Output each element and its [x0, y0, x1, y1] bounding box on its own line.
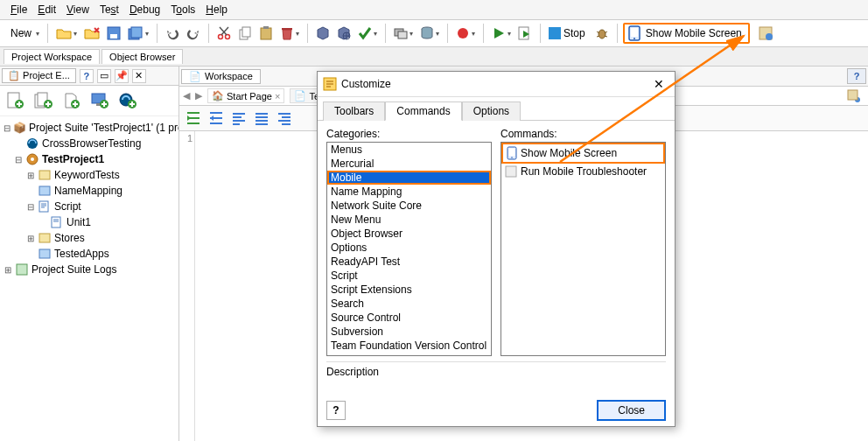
database-icon[interactable] — [417, 23, 442, 44]
category-item[interactable]: Subversion — [327, 325, 491, 339]
side-restore-icon[interactable]: ▭ — [97, 69, 111, 83]
generic-icon — [505, 165, 517, 178]
add-page-icon[interactable] — [4, 89, 28, 112]
side-pin-icon[interactable]: 📌 — [115, 69, 129, 83]
svg-rect-13 — [398, 32, 407, 38]
toolbar-extra-icon[interactable] — [755, 24, 776, 43]
side-help-icon[interactable]: ? — [80, 69, 94, 83]
categories-list[interactable]: MenusMercurialMobileName MappingNetwork … — [326, 142, 492, 356]
category-item[interactable]: Test Engine — [327, 353, 491, 356]
add-monitor-icon[interactable] — [88, 89, 112, 112]
tree-stores[interactable]: ⊞Stores — [2, 230, 177, 246]
svg-rect-3 — [131, 27, 142, 38]
dlg-tab-toolbars[interactable]: Toolbars — [323, 102, 385, 121]
run-icon[interactable] — [489, 23, 514, 44]
dlg-tab-commands[interactable]: Commands — [385, 102, 461, 121]
dlg-tab-options[interactable]: Options — [462, 102, 521, 121]
category-item[interactable]: Mercurial — [327, 157, 491, 171]
tab-start-page[interactable]: 🏠 Start Page × — [207, 88, 284, 103]
command-item[interactable]: Run Mobile Troubleshooter — [501, 164, 665, 179]
redo-icon[interactable] — [184, 23, 203, 44]
project-tree[interactable]: ⊟📦Project Suite 'TestProject1' (1 pro Cr… — [0, 116, 178, 281]
menu-edit[interactable]: Edit — [32, 2, 61, 18]
menu-debug[interactable]: Debug — [124, 2, 165, 18]
cube-target-icon[interactable] — [334, 23, 354, 44]
paste-icon[interactable] — [256, 23, 276, 44]
debug-bug-icon[interactable] — [592, 23, 612, 44]
svg-rect-17 — [549, 27, 561, 39]
edit-indent-right-icon[interactable] — [183, 108, 204, 129]
svg-point-21 — [634, 38, 635, 39]
tree-script[interactable]: ⊟Script — [2, 199, 177, 214]
tree-keywordtests[interactable]: ⊞KeywordTests — [2, 167, 177, 183]
category-item[interactable]: New Menu — [327, 213, 491, 227]
side-close-icon[interactable]: ✕ — [132, 69, 146, 83]
side-toolbar — [0, 86, 178, 116]
command-label: Run Mobile Troubleshooter — [521, 165, 647, 178]
category-item[interactable]: Team Foundation Version Control — [327, 339, 491, 353]
tab-project-workspace[interactable]: Project Workspace — [4, 49, 100, 64]
commands-list[interactable]: Show Mobile ScreenRun Mobile Troubleshoo… — [500, 142, 666, 356]
category-item[interactable]: Menus — [327, 143, 491, 157]
tab-gear-icon[interactable] — [844, 89, 864, 103]
ws-nav-right-icon[interactable]: ▶ — [195, 90, 202, 102]
tree-unit1[interactable]: Unit1 — [2, 214, 177, 230]
command-item[interactable]: Show Mobile Screen — [501, 143, 665, 164]
dialog-close-icon[interactable]: ✕ — [648, 75, 669, 93]
cube-icon[interactable] — [313, 23, 332, 44]
close-button[interactable]: Close — [597, 400, 666, 421]
save-icon[interactable] — [104, 23, 123, 44]
menu-file[interactable]: FFileile — [5, 2, 32, 18]
tree-testedapps[interactable]: TestedApps — [2, 246, 177, 262]
edit-lines1-icon[interactable] — [228, 108, 249, 129]
copy-icon[interactable] — [235, 23, 255, 44]
tree-namemapping[interactable]: NameMapping — [2, 183, 177, 199]
open-folder-icon[interactable] — [53, 23, 80, 44]
category-item[interactable]: ReadyAPI Test — [327, 255, 491, 269]
tree-suite[interactable]: ⊟📦Project Suite 'TestProject1' (1 pro — [2, 120, 177, 136]
tree-project[interactable]: ⊟TestProject1 — [2, 151, 177, 167]
ws-nav-left-icon[interactable]: ◀ — [183, 90, 190, 102]
menu-tools[interactable]: Tools — [165, 2, 200, 18]
add-pages-icon[interactable] — [32, 89, 56, 112]
category-item[interactable]: Source Control — [327, 311, 491, 325]
category-item[interactable]: Script — [327, 269, 491, 283]
add-box-icon[interactable] — [60, 89, 84, 112]
close-folder-icon[interactable] — [81, 23, 102, 44]
add-cbt-icon[interactable] — [116, 89, 140, 112]
edit-indent-left-icon[interactable] — [206, 108, 227, 129]
category-item[interactable]: Script Extensions — [327, 283, 491, 297]
tab-object-browser[interactable]: Object Browser — [102, 49, 183, 64]
menu-test[interactable]: Test — [94, 2, 124, 18]
menu-help[interactable]: Help — [200, 2, 233, 18]
screens-icon[interactable] — [391, 23, 416, 44]
category-item[interactable]: Mobile — [327, 171, 491, 185]
delete-icon[interactable] — [277, 23, 302, 44]
undo-icon[interactable] — [163, 23, 182, 44]
tree-cbt[interactable]: CrossBrowserTesting — [2, 136, 177, 151]
new-button[interactable]: New — [5, 23, 42, 44]
dialog-help-icon[interactable]: ? — [326, 401, 346, 420]
workspace-help-icon[interactable]: ? — [847, 68, 866, 84]
cut-icon[interactable] — [214, 23, 234, 44]
edit-lines3-icon[interactable] — [274, 108, 295, 129]
run-page-icon[interactable] — [515, 23, 535, 44]
category-item[interactable]: Name Mapping — [327, 185, 491, 199]
side-tab-project-explorer[interactable]: 📋 Project E... — [2, 68, 76, 83]
category-item[interactable]: Object Browser — [327, 227, 491, 241]
svg-rect-20 — [631, 28, 638, 37]
show-mobile-screen-button[interactable]: Show Mobile Screen — [623, 23, 750, 44]
category-item[interactable]: Network Suite Core — [327, 199, 491, 213]
tree-logs[interactable]: ⊞Project Suite Logs — [2, 262, 177, 277]
svg-point-23 — [766, 33, 773, 40]
checkmark-icon[interactable] — [355, 23, 380, 44]
save-all-icon[interactable] — [125, 23, 151, 44]
stop-button[interactable]: Stop — [546, 23, 591, 44]
workspace-tab[interactable]: 📄 Workspace — [181, 69, 261, 84]
category-item[interactable]: Options — [327, 241, 491, 255]
category-item[interactable]: Search — [327, 297, 491, 311]
menu-view[interactable]: View — [61, 2, 94, 18]
edit-lines2-icon[interactable] — [251, 108, 272, 129]
tab-close-icon[interactable]: × — [275, 91, 280, 102]
record-icon[interactable] — [453, 23, 478, 44]
